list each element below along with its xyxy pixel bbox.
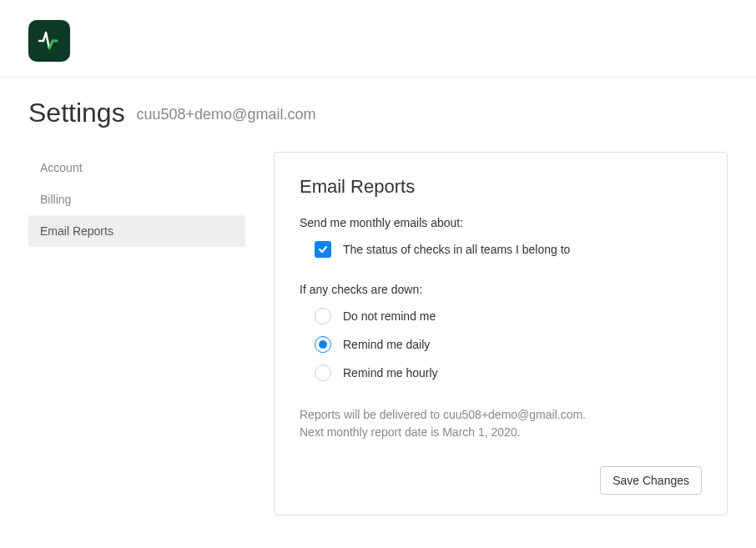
sidebar-item-billing[interactable]: Billing (28, 184, 245, 215)
checkbox-row-status[interactable]: The status of checks in all teams I belo… (300, 241, 702, 258)
sidebar-item-label: Billing (40, 193, 71, 206)
monthly-label: Send me monthly emails about: (300, 216, 702, 229)
page-title: Settings cuu508+demo@gmail.com (28, 98, 728, 128)
checkbox-status[interactable] (315, 241, 331, 258)
pulse-icon (37, 28, 62, 53)
radio-row-hourly[interactable]: Remind me hourly (315, 364, 702, 381)
radio-label: Remind me hourly (343, 366, 438, 380)
page-title-text: Settings (28, 98, 125, 128)
panel-title: Email Reports (300, 176, 702, 198)
radio-row-none[interactable]: Do not remind me (315, 308, 702, 324)
radio-group-reminders: Do not remind me Remind me daily Remind … (300, 308, 702, 381)
actions: Save Changes (300, 466, 702, 495)
help-text: Reports will be delivered to cuu508+demo… (300, 406, 702, 441)
down-label: If any checks are down: (300, 283, 702, 296)
header (0, 0, 756, 78)
radio-label: Do not remind me (343, 309, 436, 323)
check-icon (317, 244, 329, 255)
content: Settings cuu508+demo@gmail.com Account B… (0, 78, 756, 535)
sidebar: Account Billing Email Reports (28, 152, 245, 515)
checkbox-label: The status of checks in all teams I belo… (343, 243, 570, 256)
radio-hourly[interactable] (315, 364, 331, 381)
email-reports-panel: Email Reports Send me monthly emails abo… (274, 152, 728, 515)
radio-none[interactable] (315, 308, 331, 324)
help-line1: Reports will be delivered to cuu508+demo… (300, 406, 702, 424)
radio-row-daily[interactable]: Remind me daily (315, 336, 702, 353)
help-line2: Next monthly report date is March 1, 202… (300, 424, 702, 441)
sidebar-item-email-reports[interactable]: Email Reports (28, 215, 245, 247)
page-title-email: cuu508+demo@gmail.com (137, 106, 316, 123)
radio-daily[interactable] (315, 336, 331, 353)
save-button[interactable]: Save Changes (600, 466, 702, 495)
logo[interactable] (28, 20, 70, 62)
sidebar-item-label: Email Reports (40, 224, 113, 238)
sidebar-item-account[interactable]: Account (28, 152, 245, 184)
layout: Account Billing Email Reports Email Repo… (28, 152, 728, 515)
sidebar-item-label: Account (40, 161, 83, 174)
radio-label: Remind me daily (343, 338, 430, 351)
